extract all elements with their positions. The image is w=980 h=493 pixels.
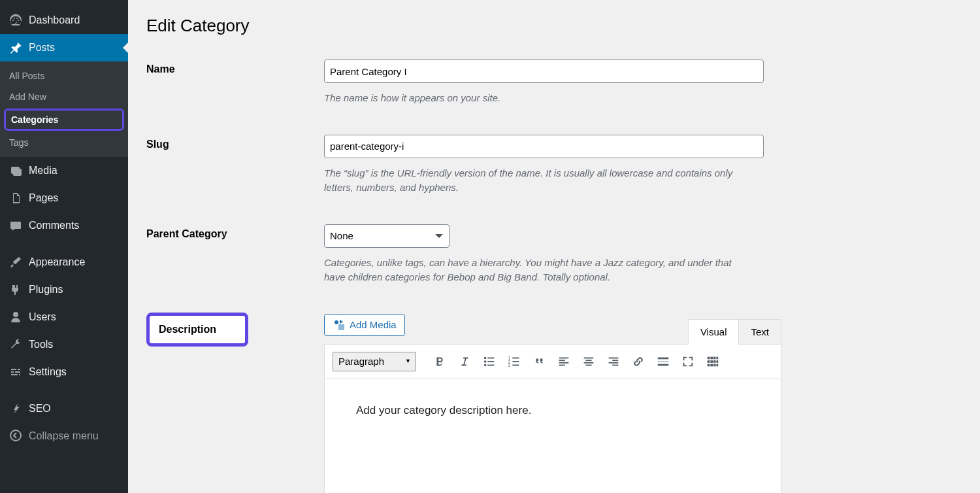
svg-rect-23 xyxy=(612,360,618,361)
svg-point-4 xyxy=(484,360,487,363)
page-title: Edit Category xyxy=(146,16,964,36)
menu-label: Media xyxy=(29,165,57,177)
fullscreen-button[interactable] xyxy=(678,351,698,372)
numbered-list-button[interactable]: 123 xyxy=(504,351,525,372)
menu-separator xyxy=(0,386,128,395)
svg-point-0 xyxy=(10,430,21,441)
add-media-button[interactable]: Add Media xyxy=(324,314,405,336)
svg-rect-16 xyxy=(559,362,569,363)
svg-rect-33 xyxy=(708,360,710,363)
submenu-all-posts[interactable]: All Posts xyxy=(0,65,128,86)
menu-appearance[interactable]: Appearance xyxy=(0,248,128,276)
align-left-button[interactable] xyxy=(553,351,574,372)
plug-icon xyxy=(9,283,22,296)
field-name: Name The name is how it appears on your … xyxy=(146,60,964,106)
menu-label: Appearance xyxy=(29,256,85,268)
admin-sidebar: Dashboard Posts All Posts Add New Catego… xyxy=(0,0,128,493)
menu-posts[interactable]: Posts xyxy=(0,34,128,61)
collapse-menu[interactable]: Collapse menu xyxy=(0,422,128,450)
svg-rect-27 xyxy=(658,361,669,362)
menu-plugins[interactable]: Plugins xyxy=(0,276,128,303)
svg-rect-17 xyxy=(559,364,565,366)
menu-tools[interactable]: Tools xyxy=(0,331,128,358)
page-content: Edit Category Name The name is how it ap… xyxy=(128,0,980,493)
pushpin-icon xyxy=(9,41,22,54)
svg-rect-21 xyxy=(585,364,591,366)
svg-rect-18 xyxy=(584,357,594,358)
align-right-button[interactable] xyxy=(603,351,624,372)
submenu-tags[interactable]: Tags xyxy=(0,132,128,153)
menu-separator xyxy=(0,239,128,248)
parent-help: Categories, unlike tags, can have a hier… xyxy=(324,256,742,285)
submenu-posts: All Posts Add New Categories Tags xyxy=(0,61,128,157)
field-slug: Slug The “slug” is the URL-friendly vers… xyxy=(146,135,964,196)
svg-rect-5 xyxy=(487,361,494,362)
menu-label: Collapse menu xyxy=(29,430,99,442)
svg-rect-22 xyxy=(609,357,619,358)
menu-settings[interactable]: Settings xyxy=(0,358,128,386)
name-input[interactable] xyxy=(324,60,764,83)
svg-rect-3 xyxy=(487,357,494,358)
italic-button[interactable] xyxy=(454,351,475,372)
menu-users[interactable]: Users xyxy=(0,303,128,331)
svg-rect-25 xyxy=(612,364,618,366)
svg-rect-14 xyxy=(559,357,569,358)
bold-button[interactable] xyxy=(429,351,450,372)
svg-point-6 xyxy=(484,364,487,366)
slug-label: Slug xyxy=(146,135,324,196)
editor-toolbar: Paragraph 123 xyxy=(325,345,781,379)
align-center-button[interactable] xyxy=(578,351,599,372)
parent-label: Parent Category xyxy=(146,224,324,285)
svg-rect-24 xyxy=(609,362,619,363)
svg-rect-37 xyxy=(708,364,710,366)
svg-rect-36 xyxy=(717,360,719,363)
submenu-categories[interactable]: Categories xyxy=(4,109,124,131)
parent-select[interactable]: None xyxy=(324,224,449,248)
add-media-label: Add Media xyxy=(350,319,397,330)
menu-label: Dashboard xyxy=(29,14,80,26)
editor-body[interactable]: Add your category description here. xyxy=(325,379,781,494)
editor: Paragraph 123 Add xyxy=(324,344,781,494)
sliders-icon xyxy=(9,366,22,379)
name-help: The name is how it appears on your site. xyxy=(324,91,742,106)
menu-label: Posts xyxy=(29,42,55,54)
svg-point-2 xyxy=(484,356,487,359)
field-parent: Parent Category None Categories, unlike … xyxy=(146,224,964,285)
svg-rect-20 xyxy=(584,362,594,363)
menu-media[interactable]: Media xyxy=(0,157,128,184)
page-icon xyxy=(9,192,22,205)
name-label: Name xyxy=(146,60,324,106)
tab-text[interactable]: Text xyxy=(738,319,781,345)
toolbar-toggle-button[interactable] xyxy=(702,351,723,372)
menu-seo[interactable]: SEO xyxy=(0,395,128,422)
description-label-wrap: Description xyxy=(146,314,324,494)
svg-rect-34 xyxy=(710,360,713,363)
svg-rect-9 xyxy=(512,357,519,358)
svg-rect-15 xyxy=(559,360,565,361)
description-label: Description xyxy=(146,313,248,347)
field-description: Description Add Media Visual Text Paragr… xyxy=(146,314,964,494)
svg-rect-35 xyxy=(713,360,716,363)
read-more-button[interactable] xyxy=(653,351,674,372)
gauge-icon xyxy=(9,14,22,27)
menu-dashboard[interactable]: Dashboard xyxy=(0,7,128,34)
format-select[interactable]: Paragraph xyxy=(333,352,416,371)
menu-pages[interactable]: Pages xyxy=(0,184,128,212)
menu-label: Plugins xyxy=(29,284,63,296)
submenu-add-new[interactable]: Add New xyxy=(0,86,128,107)
slug-input[interactable] xyxy=(324,135,764,158)
blockquote-button[interactable] xyxy=(529,351,549,372)
tab-visual[interactable]: Visual xyxy=(688,319,740,345)
svg-rect-13 xyxy=(512,364,519,366)
svg-rect-30 xyxy=(710,356,713,359)
media-icon xyxy=(333,318,346,332)
svg-rect-32 xyxy=(717,356,719,359)
menu-label: Users xyxy=(29,311,56,323)
link-button[interactable] xyxy=(628,351,649,372)
collapse-icon xyxy=(9,429,22,444)
svg-rect-19 xyxy=(585,360,591,361)
bulleted-list-button[interactable] xyxy=(479,351,500,372)
menu-comments[interactable]: Comments xyxy=(0,212,128,239)
svg-point-1 xyxy=(335,320,338,324)
svg-rect-39 xyxy=(713,364,716,366)
